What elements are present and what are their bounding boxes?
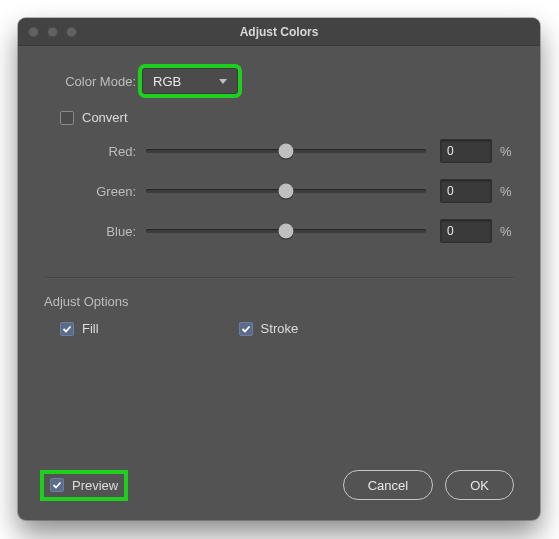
red-slider[interactable]: [146, 149, 426, 153]
ok-button[interactable]: OK: [445, 470, 514, 500]
close-icon[interactable]: [28, 26, 39, 37]
dialog-footer: Preview Cancel OK: [44, 446, 514, 500]
blue-slider-thumb[interactable]: [279, 224, 294, 239]
convert-checkbox[interactable]: [60, 111, 74, 125]
convert-row: Convert: [60, 110, 514, 125]
preview-label: Preview: [72, 478, 118, 493]
red-slider-thumb[interactable]: [279, 144, 294, 159]
red-input[interactable]: [440, 139, 492, 163]
adjust-options-title: Adjust Options: [44, 294, 514, 309]
preview-checkbox[interactable]: [50, 478, 64, 492]
green-label: Green:: [44, 184, 142, 199]
dialog-content: Color Mode: RGB Convert Red: % Green:: [18, 46, 540, 520]
titlebar: Adjust Colors: [18, 18, 540, 46]
red-row: Red: %: [44, 139, 514, 163]
divider: [44, 277, 514, 278]
chevron-down-icon: [219, 79, 227, 84]
convert-label: Convert: [82, 110, 128, 125]
stroke-label: Stroke: [261, 321, 299, 336]
dialog-title: Adjust Colors: [240, 25, 319, 39]
minimize-icon[interactable]: [47, 26, 58, 37]
adjust-options-row: Fill Stroke: [60, 321, 514, 336]
adjust-colors-dialog: Adjust Colors Color Mode: RGB Convert Re…: [18, 18, 540, 520]
blue-input[interactable]: [440, 219, 492, 243]
cancel-button[interactable]: Cancel: [343, 470, 433, 500]
red-unit: %: [500, 144, 514, 159]
fill-label: Fill: [82, 321, 99, 336]
color-mode-row: Color Mode: RGB: [44, 68, 514, 94]
blue-unit: %: [500, 224, 514, 239]
color-mode-value: RGB: [153, 74, 181, 89]
green-row: Green: %: [44, 179, 514, 203]
fill-checkbox[interactable]: [60, 322, 74, 336]
color-mode-label: Color Mode:: [44, 74, 142, 89]
blue-label: Blue:: [44, 224, 142, 239]
green-slider[interactable]: [146, 189, 426, 193]
blue-row: Blue: %: [44, 219, 514, 243]
fill-option: Fill: [60, 321, 99, 336]
preview-wrap: Preview: [44, 474, 124, 497]
green-slider-thumb[interactable]: [279, 184, 294, 199]
stroke-option: Stroke: [239, 321, 299, 336]
red-label: Red:: [44, 144, 142, 159]
blue-slider[interactable]: [146, 229, 426, 233]
window-controls: [28, 26, 77, 37]
color-mode-select[interactable]: RGB: [142, 68, 238, 94]
green-unit: %: [500, 184, 514, 199]
green-input[interactable]: [440, 179, 492, 203]
zoom-icon[interactable]: [66, 26, 77, 37]
stroke-checkbox[interactable]: [239, 322, 253, 336]
